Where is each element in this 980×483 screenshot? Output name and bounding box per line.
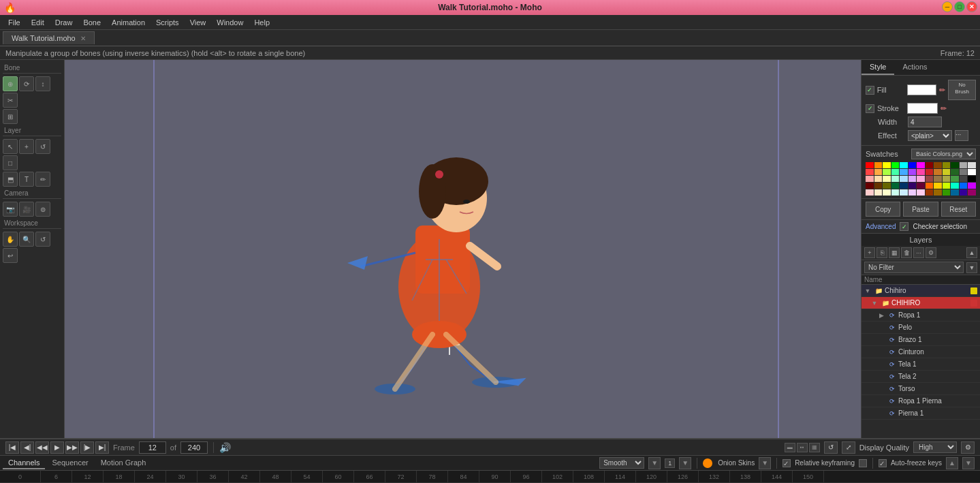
stroke-checkbox[interactable]: ✓: [866, 104, 874, 113]
color-green[interactable]: [891, 162, 900, 168]
fill-color-swatch[interactable]: [907, 84, 937, 95]
goto-start-button[interactable]: |◀: [5, 441, 19, 454]
file-tab[interactable]: Walk Tutorial.moho ✕: [3, 31, 95, 44]
layers-copy-button[interactable]: ⎘: [876, 247, 887, 258]
filter-select[interactable]: No Filter: [864, 262, 964, 273]
color-g4[interactable]: [891, 183, 900, 189]
color-vp4[interactable]: [968, 183, 976, 189]
color-grn5[interactable]: [943, 189, 951, 196]
layer-chihiro-main[interactable]: ▼ 📁 CHIHIRO: [862, 297, 980, 309]
color-b5[interactable]: [900, 189, 908, 196]
layer-tool-1[interactable]: ↖: [3, 139, 18, 154]
settings-button[interactable]: ⚙: [961, 441, 975, 454]
color-r4[interactable]: [866, 183, 874, 189]
fast-forward-button[interactable]: ▶▶: [65, 441, 79, 454]
layer-tool-5[interactable]: ⬒: [3, 172, 18, 187]
layer-torso[interactable]: ⟳ Torso: [862, 383, 980, 395]
auto-freeze-checkbox[interactable]: ✓: [879, 459, 887, 467]
color-dg2[interactable]: [951, 169, 959, 175]
workspace-tool-3[interactable]: ↺: [35, 232, 50, 247]
layer-tool-3[interactable]: ↺: [35, 139, 50, 154]
menu-view[interactable]: View: [185, 17, 212, 28]
color-white[interactable]: [968, 169, 976, 175]
menu-help[interactable]: Help: [249, 17, 275, 28]
tab-channels[interactable]: Channels: [3, 457, 45, 469]
workspace-tool-2[interactable]: 🔍: [19, 232, 34, 247]
color-orange[interactable]: [874, 162, 883, 168]
checker-checkbox[interactable]: ✓: [900, 222, 908, 231]
camera-tool-3[interactable]: ⊚: [35, 202, 50, 217]
display-format-3[interactable]: ▦: [809, 443, 820, 452]
color-red[interactable]: [866, 162, 874, 168]
goto-end-button[interactable]: ▶|: [95, 441, 109, 454]
color-lpk3[interactable]: [917, 176, 925, 182]
color-olive[interactable]: [943, 162, 951, 168]
color-r5[interactable]: [866, 189, 874, 196]
color-r2[interactable]: [866, 169, 874, 175]
layer-tool-4[interactable]: □: [3, 155, 18, 170]
color-br2[interactable]: [934, 169, 942, 175]
color-dark-green[interactable]: [951, 162, 959, 168]
effect-select[interactable]: <plain>: [908, 130, 952, 141]
layer-tool-7[interactable]: ✏: [35, 172, 50, 187]
camera-tool-2[interactable]: 🎥: [19, 202, 34, 217]
color-br5[interactable]: [926, 189, 934, 196]
color-o4[interactable]: [874, 183, 883, 189]
swatches-file-select[interactable]: Basic Colors.png: [911, 149, 976, 159]
color-lo3[interactable]: [874, 176, 883, 182]
color-pk5[interactable]: [917, 189, 925, 196]
relative-keyframing-checkbox[interactable]: ✓: [783, 459, 791, 467]
color-dy2[interactable]: [943, 169, 951, 175]
timeline-scroll-up[interactable]: ▲: [946, 457, 958, 469]
width-input[interactable]: [908, 116, 942, 127]
display-format-1[interactable]: ▬: [785, 443, 795, 452]
layers-scroll-up[interactable]: ▲: [966, 247, 977, 258]
color-b4[interactable]: [900, 183, 908, 189]
color-pur5[interactable]: [968, 189, 976, 196]
color-ddr3[interactable]: [926, 176, 934, 182]
paste-button[interactable]: Paste: [903, 202, 938, 217]
color-ddy3[interactable]: [943, 176, 951, 182]
layer-tool-6[interactable]: T: [19, 172, 34, 187]
loop-button[interactable]: ↺: [824, 441, 838, 454]
color-pk2[interactable]: [917, 169, 925, 175]
color-cyan[interactable]: [900, 162, 908, 168]
menu-bone[interactable]: Bone: [78, 17, 106, 28]
bone-tool-3[interactable]: ↕: [35, 76, 50, 91]
maximize-button[interactable]: □: [954, 1, 965, 12]
color-ddg3[interactable]: [951, 176, 959, 182]
layers-new-button[interactable]: +: [864, 247, 875, 258]
color-lb2[interactable]: [900, 169, 908, 175]
color-dark-red[interactable]: [926, 162, 934, 168]
color-o5[interactable]: [874, 189, 883, 196]
color-black[interactable]: [968, 176, 976, 182]
play-button[interactable]: ▶: [50, 441, 64, 454]
color-lp3[interactable]: [908, 176, 917, 182]
color-o2[interactable]: [874, 169, 883, 175]
color-dk3[interactable]: [960, 176, 968, 182]
color-magenta[interactable]: [917, 162, 925, 168]
tab-motion-graph[interactable]: Motion Graph: [95, 457, 152, 469]
layers-delete-button[interactable]: 🗑: [901, 247, 912, 258]
color-g5[interactable]: [891, 189, 900, 196]
tab-close[interactable]: ✕: [80, 35, 86, 42]
tab-actions[interactable]: Actions: [894, 60, 935, 75]
canvas-area[interactable]: [65, 60, 861, 438]
color-lc3[interactable]: [891, 176, 900, 182]
bone-tool-5[interactable]: ⊞: [3, 109, 18, 124]
layers-group-button[interactable]: ▦: [889, 247, 900, 258]
tab-style[interactable]: Style: [862, 60, 894, 75]
color-tl5[interactable]: [951, 189, 959, 196]
tab-sequencer[interactable]: Sequencer: [46, 457, 93, 469]
color-ddbr3[interactable]: [934, 176, 942, 182]
bone-tool-2[interactable]: ⟳: [19, 76, 34, 91]
close-button[interactable]: ✕: [966, 1, 977, 12]
layer-chihiro[interactable]: ▼ 📁 Chihiro: [862, 285, 980, 297]
color-dark-orange[interactable]: [934, 162, 942, 168]
color-go4[interactable]: [934, 183, 942, 189]
layer-tool-2[interactable]: +: [19, 139, 34, 154]
camera-tool-1[interactable]: 📷: [3, 202, 18, 217]
menu-animation[interactable]: Animation: [106, 17, 151, 28]
prev-key-button[interactable]: ◀|: [20, 441, 34, 454]
color-llb3[interactable]: [900, 176, 908, 182]
